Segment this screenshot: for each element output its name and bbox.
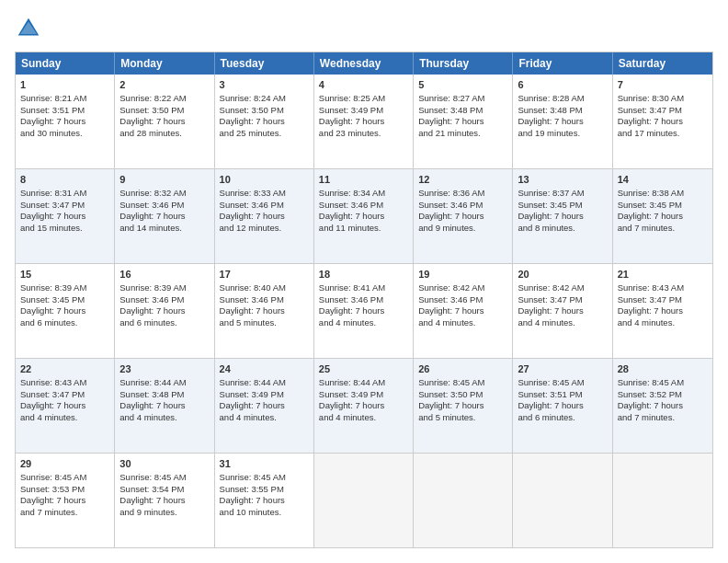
cal-cell-9: 9Sunrise: 8:32 AMSunset: 3:46 PMDaylight…: [115, 169, 214, 263]
cal-cell-6: 6Sunrise: 8:28 AMSunset: 3:48 PMDaylight…: [513, 75, 612, 168]
cell-line: Sunrise: 8:44 AM: [119, 377, 209, 389]
cell-line: Sunset: 3:45 PM: [20, 294, 109, 306]
cell-line: Sunrise: 8:42 AM: [518, 282, 607, 294]
cell-line: Sunset: 3:51 PM: [20, 105, 109, 117]
cell-line: Daylight: 7 hours: [518, 305, 607, 317]
logo: [15, 15, 46, 42]
cal-row-2: 8Sunrise: 8:31 AMSunset: 3:47 PMDaylight…: [16, 168, 712, 263]
cell-line: Sunset: 3:47 PM: [20, 389, 109, 401]
cell-line: Sunset: 3:48 PM: [119, 389, 209, 401]
day-number: 15: [20, 268, 109, 282]
cell-line: Daylight: 7 hours: [20, 305, 109, 317]
day-number: 27: [518, 362, 607, 376]
cal-cell-17: 17Sunrise: 8:40 AMSunset: 3:46 PMDayligh…: [215, 264, 314, 358]
cal-row-3: 15Sunrise: 8:39 AMSunset: 3:45 PMDayligh…: [16, 263, 712, 358]
cell-line: and 17 minutes.: [618, 128, 708, 140]
cell-line: Sunset: 3:46 PM: [418, 200, 507, 212]
cell-line: Sunrise: 8:45 AM: [618, 377, 708, 389]
cal-cell-empty: [613, 454, 712, 547]
cell-line: and 28 minutes.: [119, 128, 209, 140]
cell-line: Sunrise: 8:37 AM: [518, 188, 607, 200]
cell-line: and 12 minutes.: [220, 223, 309, 235]
cell-line: Sunrise: 8:34 AM: [319, 188, 408, 200]
day-number: 30: [119, 457, 209, 471]
day-number: 6: [518, 78, 607, 92]
cal-cell-24: 24Sunrise: 8:44 AMSunset: 3:49 PMDayligh…: [215, 359, 314, 453]
cell-line: Sunset: 3:50 PM: [418, 389, 507, 401]
cell-line: Sunset: 3:47 PM: [618, 105, 708, 117]
cell-line: Sunset: 3:55 PM: [220, 484, 309, 496]
cal-cell-11: 11Sunrise: 8:34 AMSunset: 3:46 PMDayligh…: [314, 169, 414, 263]
day-number: 7: [618, 78, 708, 92]
day-number: 24: [220, 362, 309, 376]
cell-line: Daylight: 7 hours: [119, 495, 209, 507]
calendar-body: 1Sunrise: 8:21 AMSunset: 3:51 PMDaylight…: [16, 75, 712, 547]
cell-line: Daylight: 7 hours: [119, 305, 209, 317]
cell-line: Daylight: 7 hours: [119, 211, 209, 223]
cell-line: Sunrise: 8:39 AM: [119, 282, 209, 294]
cell-line: and 4 minutes.: [418, 317, 507, 329]
cell-line: Sunset: 3:53 PM: [20, 484, 109, 496]
cell-line: Daylight: 7 hours: [220, 116, 309, 128]
cell-line: and 5 minutes.: [220, 317, 309, 329]
day-number: 28: [618, 362, 708, 376]
cell-line: Daylight: 7 hours: [319, 116, 408, 128]
cell-line: Sunrise: 8:45 AM: [418, 377, 507, 389]
cell-line: Sunset: 3:45 PM: [618, 200, 708, 212]
cal-cell-25: 25Sunrise: 8:44 AMSunset: 3:49 PMDayligh…: [314, 359, 414, 453]
day-number: 12: [418, 173, 507, 187]
cell-line: Sunrise: 8:43 AM: [20, 377, 109, 389]
cell-line: Sunrise: 8:25 AM: [319, 93, 408, 105]
cell-line: and 14 minutes.: [119, 223, 209, 235]
day-number: 13: [518, 173, 607, 187]
cell-line: and 7 minutes.: [618, 412, 708, 424]
cal-cell-10: 10Sunrise: 8:33 AMSunset: 3:46 PMDayligh…: [215, 169, 314, 263]
cell-line: Daylight: 7 hours: [618, 305, 708, 317]
cell-line: Sunrise: 8:21 AM: [20, 93, 109, 105]
cell-line: Sunrise: 8:39 AM: [20, 282, 109, 294]
cell-line: Sunset: 3:54 PM: [119, 484, 209, 496]
day-number: 23: [119, 362, 209, 376]
header-day-sunday: Sunday: [16, 52, 115, 75]
cell-line: and 4 minutes.: [518, 317, 607, 329]
page: SundayMondayTuesdayWednesdayThursdayFrid…: [0, 0, 728, 563]
cell-line: Sunrise: 8:42 AM: [418, 282, 507, 294]
cell-line: and 4 minutes.: [618, 317, 708, 329]
day-number: 17: [220, 268, 309, 282]
cell-line: Sunrise: 8:22 AM: [119, 93, 209, 105]
cell-line: Sunrise: 8:33 AM: [220, 188, 309, 200]
cell-line: and 21 minutes.: [418, 128, 507, 140]
cal-cell-22: 22Sunrise: 8:43 AMSunset: 3:47 PMDayligh…: [16, 359, 115, 453]
cell-line: and 9 minutes.: [418, 223, 507, 235]
cal-cell-2: 2Sunrise: 8:22 AMSunset: 3:50 PMDaylight…: [115, 75, 214, 168]
day-number: 21: [618, 268, 708, 282]
cell-line: Sunset: 3:46 PM: [119, 200, 209, 212]
cal-row-5: 29Sunrise: 8:45 AMSunset: 3:53 PMDayligh…: [16, 453, 712, 547]
cell-line: Daylight: 7 hours: [418, 400, 507, 412]
cell-line: Daylight: 7 hours: [20, 400, 109, 412]
day-number: 9: [119, 173, 209, 187]
cal-cell-20: 20Sunrise: 8:42 AMSunset: 3:47 PMDayligh…: [513, 264, 612, 358]
cell-line: Sunset: 3:48 PM: [418, 105, 507, 117]
day-number: 3: [220, 78, 309, 92]
cell-line: Sunset: 3:51 PM: [518, 389, 607, 401]
cell-line: and 23 minutes.: [319, 128, 408, 140]
day-number: 1: [20, 78, 109, 92]
cell-line: and 4 minutes.: [319, 412, 408, 424]
cell-line: Sunset: 3:45 PM: [518, 200, 607, 212]
cal-cell-16: 16Sunrise: 8:39 AMSunset: 3:46 PMDayligh…: [115, 264, 214, 358]
cal-cell-empty: [414, 454, 513, 547]
cell-line: Sunrise: 8:45 AM: [20, 472, 109, 484]
cell-line: Daylight: 7 hours: [119, 400, 209, 412]
cal-cell-13: 13Sunrise: 8:37 AMSunset: 3:45 PMDayligh…: [513, 169, 612, 263]
cell-line: Sunset: 3:46 PM: [220, 200, 309, 212]
day-number: 4: [319, 78, 408, 92]
cell-line: Sunrise: 8:30 AM: [618, 93, 708, 105]
header-day-wednesday: Wednesday: [314, 52, 414, 75]
cal-cell-8: 8Sunrise: 8:31 AMSunset: 3:47 PMDaylight…: [16, 169, 115, 263]
cell-line: Daylight: 7 hours: [418, 211, 507, 223]
cell-line: and 19 minutes.: [518, 128, 607, 140]
cell-line: Sunrise: 8:45 AM: [119, 472, 209, 484]
cell-line: and 7 minutes.: [618, 223, 708, 235]
cell-line: Daylight: 7 hours: [418, 116, 507, 128]
